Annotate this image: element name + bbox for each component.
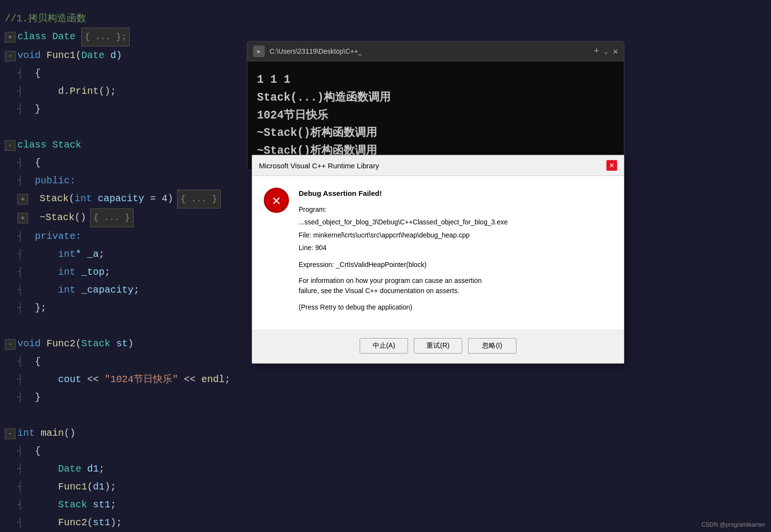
- dialog-content-row: ✕ Debug Assertion Failed! Program: ...ss…: [264, 188, 612, 312]
- code-line: ┤ Stack st1 ;: [5, 496, 766, 514]
- terminal-add-button[interactable]: +: [594, 46, 599, 56]
- collapsed-block: { ... }: [90, 208, 134, 227]
- code-line: ┤ cout << "1024节日快乐" << endl ;: [5, 370, 766, 388]
- dialog-buttons: 中止(A) 重试(R) 忽略(I): [252, 330, 624, 363]
- collapsed-block: { ... };: [81, 28, 130, 46]
- program-path: ...ssed_object_for_blog_3\Debug\C++Class…: [299, 217, 508, 227]
- file-line: File: minkernel\crts\ucrt\src\appcrt\hea…: [299, 230, 508, 240]
- type-name: Date: [52, 28, 76, 45]
- expand-icon[interactable]: -: [5, 339, 15, 350]
- terminal-window: ▶ C:\Users\23119\Desktop\C++_ + ⌄ ✕ 1 1 …: [247, 41, 624, 170]
- terminal-body: 1 1 1 Stack(...)构造函数调用 1024节日快乐 ~Stack()…: [247, 61, 624, 170]
- error-dialog: Microsoft Visual C++ Runtime Library ✕ ✕…: [252, 155, 624, 364]
- terminal-output-line-4: ~Stack()析构函数调用: [257, 124, 614, 142]
- dialog-titlebar: Microsoft Visual C++ Runtime Library ✕: [252, 155, 624, 176]
- info-text: For information on how your program can …: [299, 276, 508, 296]
- dialog-title: Microsoft Visual C++ Runtime Library: [259, 162, 379, 170]
- terminal-icon: ▶: [253, 45, 265, 57]
- code-line: - int main (): [5, 424, 766, 442]
- code-line: ┤ Func1 ( d1 );: [5, 478, 766, 496]
- expression-line: Expression: _CrtIsValidHeapPointer(block…: [299, 259, 508, 270]
- code-line: //1.拷贝构造函数: [5, 10, 766, 28]
- ignore-button[interactable]: 忽略(I): [468, 338, 516, 354]
- code-line: ┤ Func2 ( st1 );: [5, 514, 766, 532]
- expand-icon[interactable]: +: [17, 213, 28, 223]
- terminal-output-line-3: 1024节日快乐: [257, 107, 614, 125]
- expand-icon[interactable]: +: [17, 194, 28, 205]
- terminal-title: C:\Users\23119\Desktop\C++_: [270, 47, 589, 55]
- abort-button[interactable]: 中止(A): [360, 338, 408, 354]
- keyword-class: class: [17, 28, 52, 45]
- line-number: Line: 904: [299, 242, 508, 253]
- error-circle-icon: ✕: [264, 188, 289, 213]
- collapsed-block: { ... }: [177, 190, 221, 208]
- terminal-output-line-1: 1 1 1: [257, 71, 614, 89]
- code-line: ┤ Date d1 ;: [5, 460, 766, 478]
- func-name: Func1: [46, 46, 76, 64]
- dialog-text-content: Debug Assertion Failed! Program: ...ssed…: [299, 188, 508, 312]
- code-line: [5, 406, 766, 424]
- expand-icon[interactable]: -: [5, 140, 15, 151]
- program-label: Program:: [299, 204, 508, 215]
- expand-icon[interactable]: +: [5, 32, 15, 43]
- code-line: ┤ {: [5, 442, 766, 460]
- dialog-body: ✕ Debug Assertion Failed! Program: ...ss…: [252, 176, 624, 330]
- error-icon: ✕: [264, 188, 289, 213]
- terminal-output-line-2: Stack(...)构造函数调用: [257, 89, 614, 107]
- retry-button[interactable]: 重试(R): [414, 338, 462, 354]
- keyword-void: void: [17, 46, 46, 64]
- terminal-close-button[interactable]: ✕: [613, 46, 618, 57]
- comment-text: //1.拷贝构造函数: [5, 10, 86, 28]
- terminal-titlebar: ▶ C:\Users\23119\Desktop\C++_ + ⌄ ✕: [247, 42, 624, 61]
- code-line: ┤ }: [5, 388, 766, 406]
- expand-icon[interactable]: -: [5, 51, 15, 61]
- dialog-close-button[interactable]: ✕: [606, 160, 617, 171]
- terminal-chevron-icon[interactable]: ⌄: [604, 47, 608, 56]
- assertion-title: Debug Assertion Failed!: [299, 188, 508, 199]
- watermark: CSDN @programlearner: [701, 521, 765, 528]
- expand-icon[interactable]: -: [5, 429, 15, 439]
- press-text: (Press Retry to debug the application): [299, 302, 508, 312]
